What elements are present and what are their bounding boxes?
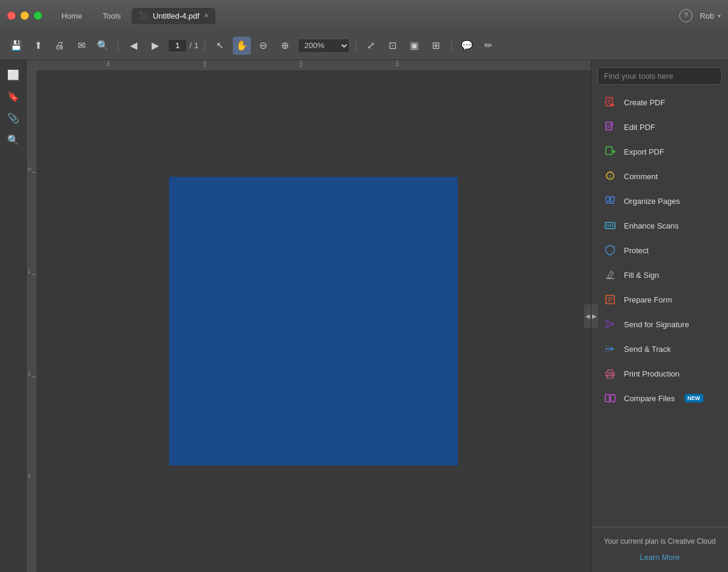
save-button[interactable]: 💾: [7, 37, 25, 55]
tool-item-protect[interactable]: Protect: [595, 238, 724, 262]
create-pdf-icon: [603, 96, 617, 109]
upload-button[interactable]: ⬆: [29, 37, 47, 55]
ruler-corner: [26, 60, 36, 70]
print-production-label: Print Production: [624, 369, 680, 378]
zoom-out-button[interactable]: ⊖: [254, 37, 273, 55]
comment-button[interactable]: 💬: [458, 37, 476, 55]
canvas-content: [36, 70, 591, 572]
zoom-in-button[interactable]: ⊕: [276, 37, 294, 55]
send-signature-label: Send for Signature: [624, 320, 689, 329]
tool-item-send-track[interactable]: Send & Track: [595, 337, 724, 361]
ruler-vtick-0: [32, 172, 35, 173]
prev-icon: ◀: [130, 40, 137, 51]
svg-rect-14: [611, 197, 614, 201]
organize-pages-icon: [603, 194, 617, 208]
svg-rect-6: [610, 122, 613, 125]
snapshot-icon: ▣: [410, 40, 419, 51]
tool-item-create-pdf[interactable]: Create PDF: [595, 90, 724, 114]
page-number-input[interactable]: [168, 39, 187, 52]
sidebar-item-pages[interactable]: ⬜: [4, 65, 23, 84]
export-pdf-label: Export PDF: [624, 147, 664, 156]
collapse-left-handle[interactable]: ◀: [584, 304, 591, 328]
next-page-button[interactable]: ▶: [146, 37, 164, 55]
sidebar-item-bookmarks[interactable]: 🔖: [4, 87, 23, 106]
zoom-select[interactable]: 200% 100% 75% 50% Fit Page Fit Width: [298, 38, 350, 53]
plan-text: Your current plan is Creative Cloud: [601, 537, 718, 546]
tool-item-export-pdf[interactable]: Export PDF: [595, 140, 724, 164]
select-tool-button[interactable]: ↖: [211, 37, 229, 55]
maximize-button[interactable]: [34, 11, 42, 20]
attachment-icon: 📎: [7, 112, 19, 124]
help-button[interactable]: ?: [679, 9, 693, 22]
tool-item-edit-pdf[interactable]: Edit PDF: [595, 115, 724, 139]
send-track-label: Send & Track: [624, 345, 671, 354]
measure-button[interactable]: ⊞: [427, 37, 445, 55]
edit-button[interactable]: ✏: [480, 37, 498, 55]
svg-rect-37: [605, 395, 609, 402]
user-menu[interactable]: Rob ▾: [700, 11, 721, 20]
compare-files-icon: [603, 392, 617, 405]
svg-point-36: [612, 374, 613, 375]
prev-page-button[interactable]: ◀: [125, 37, 143, 55]
tools-search-input[interactable]: [597, 67, 722, 85]
tool-item-prepare-form[interactable]: Prepare Form: [595, 288, 724, 312]
fit-page-icon: ⤢: [367, 40, 375, 51]
tab-close-icon[interactable]: ×: [204, 11, 208, 20]
plan-section: Your current plan is Creative Cloud Lear…: [591, 527, 728, 572]
sidebar-item-attachments[interactable]: 📎: [4, 108, 23, 128]
comment-icon: !: [603, 170, 617, 183]
tab-home[interactable]: Home: [52, 8, 92, 24]
enhance-scans-label: Enhance Scans: [624, 221, 679, 230]
find-button[interactable]: 🔍: [94, 37, 112, 55]
tool-item-enhance-scans[interactable]: Enhance Scans: [595, 214, 724, 238]
fit-page-button[interactable]: ⤢: [362, 37, 380, 55]
collapse-right-handle[interactable]: ▶: [591, 304, 598, 328]
protect-label: Protect: [624, 246, 649, 255]
thumbnail-button[interactable]: ⊡: [384, 37, 402, 55]
protect-icon: [603, 244, 617, 257]
prepare-form-icon: [603, 293, 617, 306]
svg-rect-35: [608, 370, 612, 373]
canvas-wrapper: 0 1 2 3 0 1 2 3 ◀: [26, 60, 591, 572]
separator-2: [205, 40, 205, 52]
close-button[interactable]: [7, 11, 16, 20]
titlebar-right: ? Rob ▾: [679, 9, 721, 22]
svg-text:!: !: [609, 173, 611, 179]
save-icon: 💾: [10, 40, 22, 51]
fill-sign-icon: [603, 268, 617, 281]
measure-icon: ⊞: [432, 40, 440, 51]
email-icon: ✉: [78, 40, 85, 51]
ruler-tick-0: [108, 60, 109, 64]
compare-files-badge: NEW: [685, 394, 703, 402]
tool-item-comment[interactable]: !Comment: [595, 164, 724, 188]
minimize-button[interactable]: [20, 11, 29, 20]
tab-tools[interactable]: Tools: [93, 8, 131, 24]
ruler-vlabel-1: 1: [28, 268, 31, 274]
ruler-tick-1: [205, 60, 205, 64]
print-button[interactable]: 🖨: [51, 37, 69, 55]
tool-item-send-signature[interactable]: Send for Signature: [595, 312, 724, 336]
send-signature-icon: [603, 318, 617, 331]
svg-point-26: [606, 321, 608, 323]
tool-item-fill-sign[interactable]: Fill & Sign: [595, 263, 724, 287]
tool-item-print-production[interactable]: Print Production: [595, 361, 724, 386]
ruler-vlabel-3: 3: [28, 473, 31, 479]
learn-more-link[interactable]: Learn More: [640, 553, 679, 562]
help-icon: ?: [684, 11, 688, 20]
tool-item-compare-files[interactable]: Compare FilesNEW: [595, 386, 724, 410]
zoom-out-icon: ⊖: [259, 40, 267, 51]
svg-point-27: [606, 325, 608, 328]
email-button[interactable]: ✉: [72, 37, 90, 55]
ruler-vlabel-2: 2: [28, 371, 31, 377]
left-sidebar: ⬜ 🔖 📎 🔍: [0, 60, 26, 572]
edit-icon: ✏: [484, 40, 492, 51]
hand-tool-button[interactable]: ✋: [233, 37, 251, 55]
tab-file[interactable]: ⬛ Untitled-4.pdf ×: [132, 8, 215, 24]
snapshot-button[interactable]: ▣: [406, 37, 424, 55]
ruler-top: 0 1 2 3: [36, 60, 591, 70]
edit-pdf-label: Edit PDF: [624, 123, 655, 132]
nav-tabs: Home Tools ⬛ Untitled-4.pdf ×: [52, 8, 679, 24]
tool-item-organize-pages[interactable]: Organize Pages: [595, 189, 724, 213]
enhance-scans-icon: [603, 219, 617, 232]
sidebar-item-search[interactable]: 🔍: [4, 130, 23, 149]
